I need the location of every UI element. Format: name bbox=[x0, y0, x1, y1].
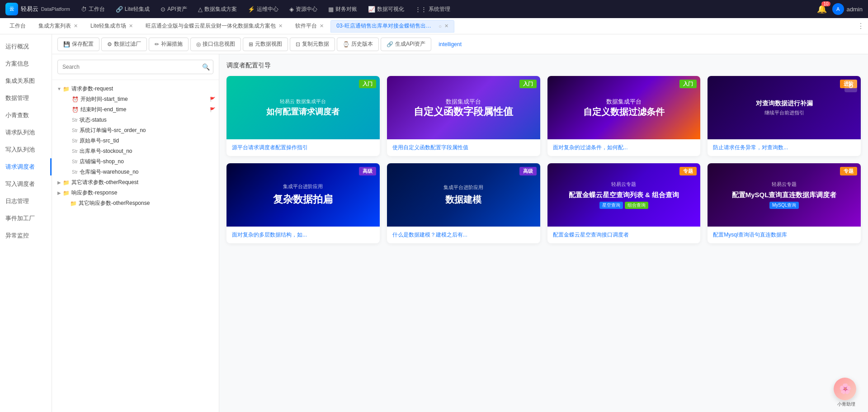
filter-icon: ⚙ bbox=[107, 41, 112, 47]
user-menu[interactable]: A admin bbox=[832, 3, 863, 15]
copy-metadata-button[interactable]: ⊡ 复制元数据 bbox=[290, 38, 335, 51]
tab-workbench[interactable]: 工作台 bbox=[4, 20, 32, 33]
tab-close-integration-list[interactable]: ✕ bbox=[74, 23, 78, 29]
guide-card-8[interactable]: 专题 轻易云专题 配置MySQL查询直连数据库调度者 MySQL查询 配置Mys… bbox=[708, 163, 861, 243]
card-desc-8: 配置Mysql查询语句直连数据库 bbox=[708, 227, 861, 243]
guide-card-6[interactable]: 高级 集成平台进阶应用 数据建模 什么是数据建模？建模之后有... bbox=[387, 163, 540, 243]
sidebar-item-info[interactable]: 方案信息 bbox=[0, 55, 52, 72]
notification-bell[interactable]: 🔔 10 bbox=[817, 4, 827, 14]
supplement-button[interactable]: ✏ 补漏措施 bbox=[149, 38, 189, 51]
interface-icon: ◎ bbox=[196, 41, 201, 47]
folder-icon: 📁 bbox=[70, 200, 77, 207]
guide-card-5[interactable]: 高级 集成平台进阶应用 复杂数据拍扁 面对复杂的多层数据结构，如... bbox=[226, 163, 380, 243]
toggle-icon: ▶ bbox=[56, 190, 63, 195]
folder-icon: 📁 bbox=[63, 180, 70, 186]
nav-resource[interactable]: ◈ 资源中心 bbox=[285, 0, 322, 18]
tabs-more-button[interactable]: ⋮ bbox=[857, 22, 864, 30]
metadata-view-button[interactable]: ⊞ 元数据视图 bbox=[243, 38, 288, 51]
sidebar-item-request-queue[interactable]: 请求队列池 bbox=[0, 124, 52, 141]
cards-grid: 入门 轻易云 数据集成平台 如何配置请求调度者 源平台请求调度者配置操作指引 入… bbox=[226, 76, 861, 243]
card-badge-8: 专题 bbox=[840, 167, 857, 175]
tab-software-platform[interactable]: 软件平台 ✕ bbox=[289, 20, 330, 33]
tree-node-other-response[interactable]: 📁 其它响应参数-otherResponse bbox=[52, 198, 219, 208]
tree-container: ▼ 📁 请求参数-request ⏰ 开始时间-start_time 🚩 bbox=[52, 80, 219, 412]
save-config-button[interactable]: 💾 保存配置 bbox=[57, 38, 99, 51]
notification-count: 10 bbox=[821, 1, 830, 6]
tab-close-wdt-kingdee[interactable]: ✕ bbox=[278, 23, 283, 29]
tab-active-task[interactable]: 03-旺店通销售出库单对接金蝶销售出库单（线上）_合并 ○ ✕ bbox=[330, 20, 454, 33]
sidebar-item-log[interactable]: 日志管理 bbox=[0, 193, 52, 210]
tree-node-end-time[interactable]: ⏰ 结束时间-end_time 🚩 bbox=[52, 104, 219, 115]
content-area: 💾 保存配置 ⚙ 数据过滤厂 ✏ 补漏措施 ◎ 接口信息视图 ⊞ 元数据视图 ⊡ bbox=[52, 34, 868, 412]
settings-icon[interactable]: ⚙ bbox=[844, 80, 857, 92]
sidebar-item-write-queue[interactable]: 写入队列池 bbox=[0, 141, 52, 158]
sidebar-item-event-factory[interactable]: 事件加工厂 bbox=[0, 210, 52, 227]
guide-card-4[interactable]: 进阶 ⚙ 对查询数据进行补漏 继续平台前进指引 防止请求任务异常，对查询数... bbox=[708, 76, 861, 156]
card-thumb-1: 入门 轻易云 数据集成平台 如何配置请求调度者 bbox=[226, 76, 380, 139]
guide-card-7[interactable]: 专题 轻易云专题 配置金蝶云星空查询列表 & 组合查询 星空查询 组合查询 配置… bbox=[547, 163, 701, 243]
guide-title: 调度者配置引导 bbox=[226, 62, 861, 70]
tree-node-status[interactable]: Str 状态-status bbox=[52, 115, 219, 125]
card-desc-4: 防止请求任务异常，对查询数... bbox=[708, 139, 861, 156]
nav-ops[interactable]: ⚡ 运维中心 bbox=[243, 0, 283, 18]
tree-node-response[interactable]: ▶ 📁 响应参数-response bbox=[52, 188, 219, 198]
tab-close-active-task[interactable]: ✕ bbox=[444, 23, 448, 29]
tree-node-warehouse-no[interactable]: Str 仓库编号-warehouse_no bbox=[52, 167, 219, 177]
card-desc-2: 使用自定义函数配置字段属性值 bbox=[387, 139, 540, 156]
guide-card-2[interactable]: 入门 数据集成平台 自定义函数字段属性值 使用自定义函数配置字段属性值 bbox=[387, 76, 540, 156]
gen-api-button[interactable]: 🔗 生成API资产 bbox=[381, 38, 431, 51]
tab-close-software-platform[interactable]: ✕ bbox=[320, 23, 324, 29]
search-icon[interactable]: 🔍 bbox=[202, 63, 210, 71]
sidebar-item-exception-monitor[interactable]: 异常监控 bbox=[0, 227, 52, 244]
sidebar-item-data-mgmt[interactable]: 数据管理 bbox=[0, 90, 52, 107]
nav-workbench[interactable]: ⏱ 工作台 bbox=[76, 0, 109, 18]
nav-finance[interactable]: ▦ 财务对账 bbox=[324, 0, 362, 18]
logo[interactable]: 云 轻易云 DataPlatform bbox=[5, 3, 70, 15]
tab-integration-list[interactable]: 集成方案列表 ✕ bbox=[33, 20, 84, 33]
nav-data-integration[interactable]: △ 数据集成方案 bbox=[193, 0, 241, 18]
tab-close-lite-market[interactable]: ✕ bbox=[129, 23, 133, 29]
tree-node-request[interactable]: ▼ 📁 请求参数-request bbox=[52, 84, 219, 94]
history-button[interactable]: ⌚ 历史版本 bbox=[337, 38, 379, 51]
card-badge-7: 专题 bbox=[679, 167, 697, 175]
search-box: 🔍 bbox=[52, 54, 219, 80]
interface-view-button[interactable]: ◎ 接口信息视图 bbox=[190, 38, 241, 51]
sidebar-item-overview[interactable]: 运行概况 bbox=[0, 38, 52, 55]
tab-wdt-kingdee[interactable]: 旺店通企业版与金蝶云星辰业财一体化数据集成方案包 ✕ bbox=[140, 20, 288, 33]
assistant-avatar: 🌸 bbox=[834, 378, 856, 400]
intelligent-button[interactable]: intelligent bbox=[433, 38, 467, 51]
tree-node-other-request[interactable]: ▶ 📁 其它请求参数-otherRequest bbox=[52, 177, 219, 188]
sidebar-item-relation[interactable]: 集成关系图 bbox=[0, 72, 52, 90]
tree-node-start-time[interactable]: ⏰ 开始时间-start_time 🚩 bbox=[52, 94, 219, 104]
string-icon: Str bbox=[72, 138, 78, 143]
guide-card-3[interactable]: 入门 数据集成平台 自定义数据过滤条件 面对复杂的过滤条件，如何配... bbox=[547, 76, 701, 156]
flag-icon: 🚩 bbox=[210, 107, 215, 112]
nav-api[interactable]: ⊙ API资产 bbox=[156, 0, 191, 18]
left-panel: 🔍 ▼ 📁 请求参数-request ⏰ bbox=[52, 54, 219, 412]
nav-dataviz[interactable]: 📈 数据可视化 bbox=[363, 0, 409, 18]
data-filter-button[interactable]: ⚙ 数据过滤厂 bbox=[101, 38, 147, 51]
guide-card-1[interactable]: 入门 轻易云 数据集成平台 如何配置请求调度者 源平台请求调度者配置操作指引 bbox=[226, 76, 380, 156]
card-badge-5: 高级 bbox=[359, 167, 376, 175]
tab-lite-market[interactable]: Lite轻集成市场 ✕ bbox=[85, 20, 139, 33]
tree-node-src-tid[interactable]: Str 原始单号-src_tid bbox=[52, 136, 219, 146]
tree-node-shop-no[interactable]: Str 店铺编号-shop_no bbox=[52, 156, 219, 167]
sidebar-item-xqdata[interactable]: 小青查数 bbox=[0, 107, 52, 124]
card-thumb-7: 专题 轻易云专题 配置金蝶云星空查询列表 & 组合查询 星空查询 组合查询 bbox=[547, 163, 701, 227]
card-thumb-2: 入门 数据集成平台 自定义函数字段属性值 bbox=[387, 76, 540, 139]
toolbar: 💾 保存配置 ⚙ 数据过滤厂 ✏ 补漏措施 ◎ 接口信息视图 ⊞ 元数据视图 ⊡ bbox=[52, 34, 868, 54]
sidebar-item-request-scheduler[interactable]: 请求调度者 bbox=[0, 158, 52, 175]
nav-lite[interactable]: 🔗 Lite轻集成 bbox=[111, 0, 154, 18]
edit-icon: ✏ bbox=[155, 41, 159, 47]
assistant-button[interactable]: 🌸 小青助理 bbox=[834, 378, 859, 403]
time-icon: ⏰ bbox=[72, 107, 79, 113]
search-input[interactable] bbox=[57, 60, 213, 74]
nav-sysmanage[interactable]: ⋮⋮ 系统管理 bbox=[410, 0, 455, 18]
string-icon: Str bbox=[72, 159, 78, 164]
assistant-label: 小青助理 bbox=[834, 401, 859, 407]
top-nav-right: 🔔 10 A admin bbox=[817, 3, 863, 15]
card-thumb-4: 进阶 ⚙ 对查询数据进行补漏 继续平台前进指引 bbox=[708, 76, 861, 139]
tree-node-stockout-no[interactable]: Str 出库单号-stockout_no bbox=[52, 146, 219, 156]
sidebar-item-write-scheduler[interactable]: 写入调度者 bbox=[0, 175, 52, 193]
tree-node-src-order-no[interactable]: Str 系统订单编号-src_order_no bbox=[52, 125, 219, 136]
